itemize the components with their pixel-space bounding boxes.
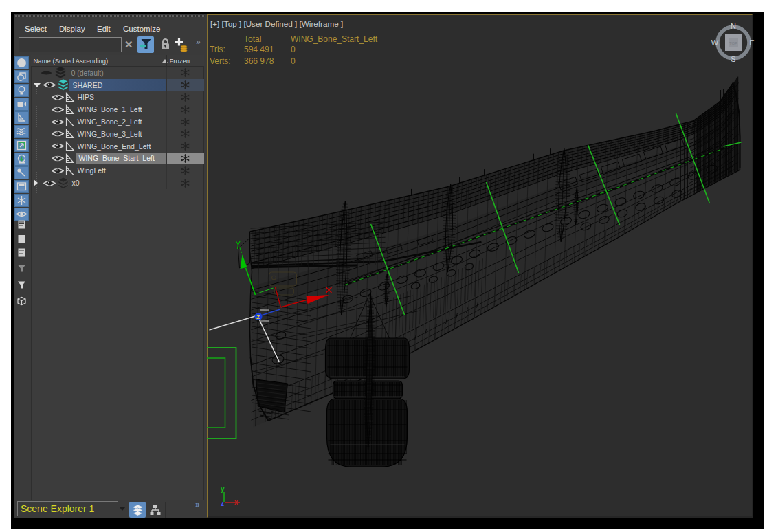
svg-text:W: W <box>711 38 719 47</box>
svg-text:Z: Z <box>256 314 260 320</box>
svg-text:E: E <box>749 38 754 47</box>
svg-text:TOP: TOP <box>729 41 737 45</box>
svg-text:N: N <box>731 23 736 30</box>
svg-text:S: S <box>731 55 735 63</box>
